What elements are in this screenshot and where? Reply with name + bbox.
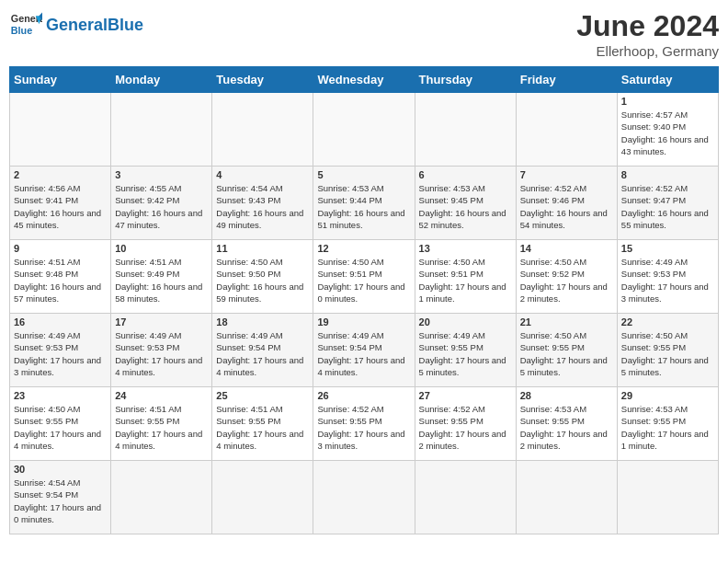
day-info: Sunrise: 4:53 AM Sunset: 9:45 PM Dayligh… — [419, 182, 512, 231]
calendar-cell: 4Sunrise: 4:54 AM Sunset: 9:43 PM Daylig… — [212, 167, 313, 240]
day-info: Sunrise: 4:50 AM Sunset: 9:55 PM Dayligh… — [14, 403, 107, 452]
day-info: Sunrise: 4:49 AM Sunset: 9:53 PM Dayligh… — [14, 329, 107, 378]
calendar-table: SundayMondayTuesdayWednesdayThursdayFrid… — [9, 66, 719, 534]
day-number: 12 — [317, 243, 410, 254]
week-row-4: 16Sunrise: 4:49 AM Sunset: 9:53 PM Dayli… — [10, 314, 719, 387]
day-info: Sunrise: 4:49 AM Sunset: 9:53 PM Dayligh… — [621, 256, 714, 304]
calendar-cell: 13Sunrise: 4:50 AM Sunset: 9:51 PM Dayli… — [415, 240, 516, 314]
day-number: 20 — [419, 316, 512, 327]
day-number: 22 — [621, 316, 714, 327]
day-info: Sunrise: 4:53 AM Sunset: 9:44 PM Dayligh… — [317, 182, 410, 231]
calendar-cell: 21Sunrise: 4:50 AM Sunset: 9:55 PM Dayli… — [516, 314, 617, 387]
calendar-cell: 12Sunrise: 4:50 AM Sunset: 9:51 PM Dayli… — [313, 240, 415, 314]
day-number: 24 — [115, 390, 208, 401]
calendar-cell — [516, 461, 617, 534]
calendar-cell: 10Sunrise: 4:51 AM Sunset: 9:49 PM Dayli… — [111, 240, 212, 314]
day-number: 4 — [216, 169, 309, 180]
calendar-cell: 30Sunrise: 4:54 AM Sunset: 9:54 PM Dayli… — [10, 461, 111, 534]
day-info: Sunrise: 4:51 AM Sunset: 9:48 PM Dayligh… — [14, 256, 107, 304]
weekday-header-sunday: Sunday — [10, 67, 111, 93]
calendar-cell: 27Sunrise: 4:52 AM Sunset: 9:55 PM Dayli… — [415, 387, 516, 461]
day-info: Sunrise: 4:52 AM Sunset: 9:55 PM Dayligh… — [317, 403, 410, 452]
day-number: 15 — [621, 243, 714, 254]
day-info: Sunrise: 4:50 AM Sunset: 9:55 PM Dayligh… — [520, 329, 613, 378]
day-info: Sunrise: 4:52 AM Sunset: 9:47 PM Dayligh… — [621, 182, 714, 231]
week-row-2: 2Sunrise: 4:56 AM Sunset: 9:41 PM Daylig… — [10, 167, 719, 240]
weekday-header-saturday: Saturday — [617, 67, 718, 93]
week-row-6: 30Sunrise: 4:54 AM Sunset: 9:54 PM Dayli… — [10, 461, 719, 534]
weekday-header-friday: Friday — [516, 67, 617, 93]
calendar-cell — [415, 93, 516, 167]
calendar-cell: 28Sunrise: 4:53 AM Sunset: 9:55 PM Dayli… — [516, 387, 617, 461]
calendar-cell — [111, 461, 212, 534]
calendar-cell: 1Sunrise: 4:57 AM Sunset: 9:40 PM Daylig… — [617, 93, 718, 167]
month-title: June 2024 — [576, 9, 719, 43]
calendar-cell: 15Sunrise: 4:49 AM Sunset: 9:53 PM Dayli… — [617, 240, 718, 314]
day-number: 3 — [115, 169, 208, 180]
day-number: 27 — [419, 390, 512, 401]
logo-icon: General Blue — [9, 9, 42, 42]
day-info: Sunrise: 4:50 AM Sunset: 9:55 PM Dayligh… — [621, 329, 714, 378]
logo-blue: Blue — [108, 16, 143, 34]
calendar-cell — [313, 93, 415, 167]
day-number: 1 — [621, 96, 714, 107]
day-number: 7 — [520, 169, 613, 180]
day-info: Sunrise: 4:50 AM Sunset: 9:52 PM Dayligh… — [520, 256, 613, 304]
logo: General Blue GeneralBlue — [9, 9, 143, 42]
day-number: 16 — [14, 316, 107, 327]
day-info: Sunrise: 4:54 AM Sunset: 9:54 PM Dayligh… — [14, 477, 107, 525]
day-info: Sunrise: 4:50 AM Sunset: 9:51 PM Dayligh… — [419, 256, 512, 304]
week-row-3: 9Sunrise: 4:51 AM Sunset: 9:48 PM Daylig… — [10, 240, 719, 314]
day-info: Sunrise: 4:51 AM Sunset: 9:49 PM Dayligh… — [115, 256, 208, 304]
calendar-cell: 23Sunrise: 4:50 AM Sunset: 9:55 PM Dayli… — [10, 387, 111, 461]
logo-general: General — [46, 16, 108, 34]
calendar-cell — [415, 461, 516, 534]
calendar-cell — [516, 93, 617, 167]
calendar-cell: 9Sunrise: 4:51 AM Sunset: 9:48 PM Daylig… — [10, 240, 111, 314]
location-subtitle: Ellerhoop, Germany — [576, 43, 719, 59]
calendar-cell: 18Sunrise: 4:49 AM Sunset: 9:54 PM Dayli… — [212, 314, 313, 387]
header: General Blue GeneralBlue June 2024 Eller… — [9, 9, 719, 59]
logo-text: GeneralBlue — [46, 17, 143, 35]
day-number: 10 — [115, 243, 208, 254]
calendar-cell: 19Sunrise: 4:49 AM Sunset: 9:54 PM Dayli… — [313, 314, 415, 387]
calendar-cell: 22Sunrise: 4:50 AM Sunset: 9:55 PM Dayli… — [617, 314, 718, 387]
calendar-cell: 7Sunrise: 4:52 AM Sunset: 9:46 PM Daylig… — [516, 167, 617, 240]
calendar-cell — [111, 93, 212, 167]
day-info: Sunrise: 4:53 AM Sunset: 9:55 PM Dayligh… — [520, 403, 613, 452]
calendar-cell: 14Sunrise: 4:50 AM Sunset: 9:52 PM Dayli… — [516, 240, 617, 314]
calendar-cell: 26Sunrise: 4:52 AM Sunset: 9:55 PM Dayli… — [313, 387, 415, 461]
day-number: 28 — [520, 390, 613, 401]
day-info: Sunrise: 4:49 AM Sunset: 9:53 PM Dayligh… — [115, 329, 208, 378]
day-number: 19 — [317, 316, 410, 327]
day-info: Sunrise: 4:54 AM Sunset: 9:43 PM Dayligh… — [216, 182, 309, 231]
weekday-header-monday: Monday — [111, 67, 212, 93]
calendar-cell: 6Sunrise: 4:53 AM Sunset: 9:45 PM Daylig… — [415, 167, 516, 240]
day-info: Sunrise: 4:49 AM Sunset: 9:55 PM Dayligh… — [419, 329, 512, 378]
day-number: 8 — [621, 169, 714, 180]
calendar-cell — [617, 461, 718, 534]
day-info: Sunrise: 4:53 AM Sunset: 9:55 PM Dayligh… — [621, 403, 714, 452]
calendar-cell — [313, 461, 415, 534]
calendar-cell: 2Sunrise: 4:56 AM Sunset: 9:41 PM Daylig… — [10, 167, 111, 240]
day-number: 11 — [216, 243, 309, 254]
calendar-cell: 17Sunrise: 4:49 AM Sunset: 9:53 PM Dayli… — [111, 314, 212, 387]
title-block: June 2024 Ellerhoop, Germany — [576, 9, 719, 59]
calendar-cell: 29Sunrise: 4:53 AM Sunset: 9:55 PM Dayli… — [617, 387, 718, 461]
day-number: 5 — [317, 169, 410, 180]
weekday-header-thursday: Thursday — [415, 67, 516, 93]
day-number: 17 — [115, 316, 208, 327]
day-info: Sunrise: 4:52 AM Sunset: 9:46 PM Dayligh… — [520, 182, 613, 231]
calendar-cell: 20Sunrise: 4:49 AM Sunset: 9:55 PM Dayli… — [415, 314, 516, 387]
day-info: Sunrise: 4:56 AM Sunset: 9:41 PM Dayligh… — [14, 182, 107, 231]
day-info: Sunrise: 4:49 AM Sunset: 9:54 PM Dayligh… — [216, 329, 309, 378]
day-number: 30 — [14, 464, 107, 475]
weekday-header-row: SundayMondayTuesdayWednesdayThursdayFrid… — [10, 67, 719, 93]
day-number: 26 — [317, 390, 410, 401]
day-info: Sunrise: 4:50 AM Sunset: 9:50 PM Dayligh… — [216, 256, 309, 304]
calendar-cell: 16Sunrise: 4:49 AM Sunset: 9:53 PM Dayli… — [10, 314, 111, 387]
calendar-cell: 25Sunrise: 4:51 AM Sunset: 9:55 PM Dayli… — [212, 387, 313, 461]
calendar-cell — [10, 93, 111, 167]
day-info: Sunrise: 4:50 AM Sunset: 9:51 PM Dayligh… — [317, 256, 410, 304]
day-number: 6 — [419, 169, 512, 180]
